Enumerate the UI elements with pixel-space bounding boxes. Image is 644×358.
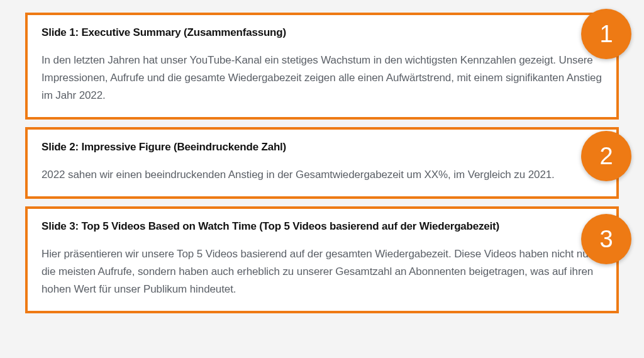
slide-1-body: In den letzten Jahren hat unser YouTube-… — [42, 52, 602, 104]
slide-3-container: 3 Slide 3: Top 5 Videos Based on Watch T… — [25, 206, 619, 313]
slide-1-container: 1 Slide 1: Executive Summary (Zusammenfa… — [25, 13, 619, 120]
slide-3-title: Slide 3: Top 5 Videos Based on Watch Tim… — [42, 220, 602, 233]
slide-2-box: Slide 2: Impressive Figure (Beeindrucken… — [25, 127, 619, 199]
slide-3-body: Hier präsentieren wir unsere Top 5 Video… — [42, 245, 602, 298]
number-badge-3: 3 — [581, 214, 631, 264]
slide-1-title: Slide 1: Executive Summary (Zusammenfass… — [42, 26, 602, 39]
slide-2-title: Slide 2: Impressive Figure (Beeindrucken… — [42, 141, 602, 154]
number-badge-2: 2 — [581, 131, 631, 181]
slide-1-box: Slide 1: Executive Summary (Zusammenfass… — [25, 13, 619, 120]
slide-2-body: 2022 sahen wir einen beeindruckenden Ans… — [42, 166, 602, 184]
slide-2-container: 2 Slide 2: Impressive Figure (Beeindruck… — [25, 127, 619, 199]
slide-3-box: Slide 3: Top 5 Videos Based on Watch Tim… — [25, 206, 619, 313]
number-badge-1: 1 — [581, 9, 631, 59]
